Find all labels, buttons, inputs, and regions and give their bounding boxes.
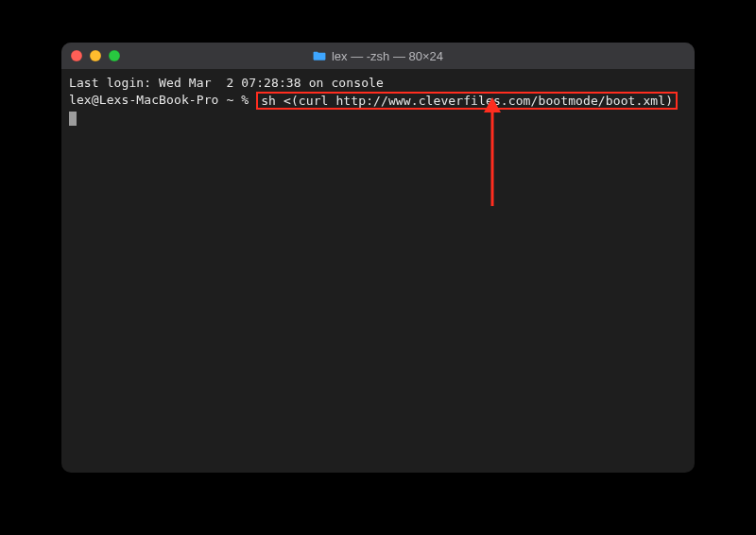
terminal-window: lex — -zsh — 80×24 Last login: Wed Mar 2… <box>61 43 695 473</box>
typed-command: sh <(curl http://www.cleverfiles.com/boo… <box>261 94 673 108</box>
shell-prompt: lex@Lexs-MacBook-Pro ~ % <box>69 92 256 109</box>
cursor-line <box>69 110 687 130</box>
zoom-button[interactable] <box>109 50 120 61</box>
last-login-line: Last login: Wed Mar 2 07:28:38 on consol… <box>69 75 687 92</box>
prompt-line: lex@Lexs-MacBook-Pro ~ % sh <(curl http:… <box>69 92 687 111</box>
traffic-lights <box>71 50 120 61</box>
window-title: lex — -zsh — 80×24 <box>332 49 443 63</box>
window-title-area: lex — -zsh — 80×24 <box>61 49 695 63</box>
folder-icon <box>313 50 326 61</box>
close-button[interactable] <box>71 50 82 61</box>
minimize-button[interactable] <box>90 50 101 61</box>
terminal-body[interactable]: Last login: Wed Mar 2 07:28:38 on consol… <box>61 69 695 473</box>
window-titlebar[interactable]: lex — -zsh — 80×24 <box>61 43 695 69</box>
cursor-block <box>69 112 77 126</box>
command-highlight: sh <(curl http://www.cleverfiles.com/boo… <box>256 92 678 111</box>
